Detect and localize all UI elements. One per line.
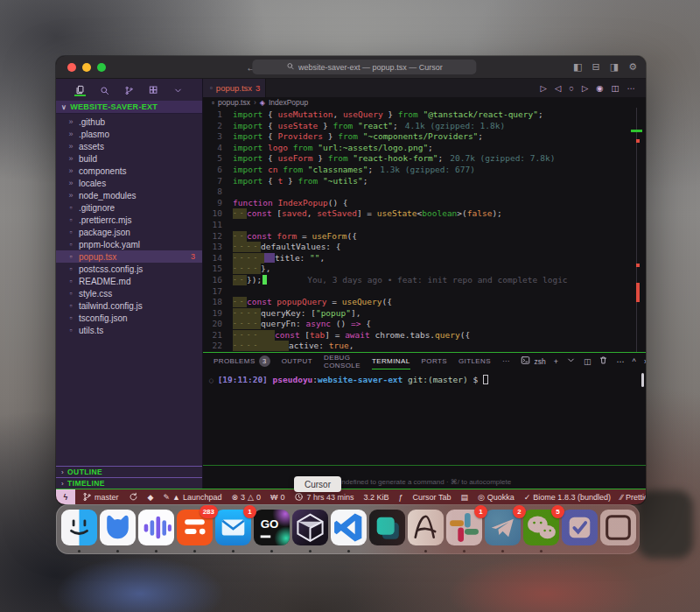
- dock-app-podcast-app[interactable]: [138, 510, 174, 545]
- command-center[interactable]: website-saver-ext — popup.tsx — Cursor: [252, 60, 476, 74]
- status-quokka[interactable]: ◎Quokka: [478, 493, 514, 502]
- panel-tab-output[interactable]: OUTPUT: [282, 353, 312, 369]
- status-prettier[interactable]: ∕∕Prettier: [620, 493, 646, 502]
- dock-app-rss-reader[interactable]: 283: [177, 510, 213, 545]
- chevron-down-icon[interactable]: [566, 355, 576, 367]
- panel-left-icon[interactable]: ◧: [573, 61, 582, 73]
- status-launchpad[interactable]: ✎▲Launchpad: [163, 493, 221, 502]
- dock-app-cursor-app[interactable]: [292, 510, 328, 545]
- dot-circle-icon[interactable]: ○: [569, 83, 574, 93]
- plus-icon[interactable]: +: [554, 357, 558, 366]
- activity-extensions-icon[interactable]: [148, 83, 159, 96]
- dock-app-wechat[interactable]: 5: [523, 510, 559, 545]
- close-icon[interactable]: ×: [644, 357, 646, 366]
- tree-item-postcss.config.js[interactable]: ▫postcss.config.js: [56, 263, 202, 275]
- diff-indicator: ‐‐‐‐: [233, 319, 261, 329]
- panel-tab-problems[interactable]: PROBLEMS3: [214, 353, 270, 369]
- tree-item-.plasmo[interactable]: ».plasmo: [56, 128, 202, 140]
- section-timeline[interactable]: ›TIMELINE: [56, 477, 202, 489]
- status-file-size[interactable]: 3.2 KiB: [364, 493, 389, 502]
- dock-app-sketch-app[interactable]: [408, 510, 444, 545]
- code-token: active:: [289, 341, 329, 352]
- terminal-scrollbar[interactable]: [641, 373, 644, 387]
- activity-files-icon[interactable]: [74, 83, 86, 96]
- terminal[interactable]: ○ [19:11:20] pseudoyu:website-saver-ext …: [203, 369, 646, 489]
- tree-item-locales[interactable]: »locales: [56, 177, 202, 189]
- panel-bottom-icon[interactable]: ⊟: [592, 61, 600, 73]
- panel-tab-gitlens[interactable]: GITLENS: [458, 353, 491, 369]
- code-line: 20‐‐‐‐queryFn: async () => {: [203, 319, 646, 330]
- dock-app-clipped-app[interactable]: [600, 510, 636, 545]
- dock-app-vscode[interactable]: [331, 510, 367, 545]
- status-pending-count[interactable]: ₩0: [270, 493, 285, 502]
- tree-item-tsconfig.json[interactable]: ▫tsconfig.json: [56, 312, 202, 324]
- dock-app-finder[interactable]: [61, 510, 97, 545]
- close-window-button[interactable]: [67, 63, 76, 72]
- activity-search-icon[interactable]: [99, 83, 110, 96]
- run-icon[interactable]: ▷: [541, 83, 547, 93]
- gear-icon[interactable]: ⚙: [628, 61, 637, 73]
- minimize-window-button[interactable]: [82, 63, 91, 72]
- target-icon: ◎: [478, 493, 485, 502]
- tree-item-components[interactable]: »components: [56, 165, 202, 177]
- tree-item-.gitignore[interactable]: ▫.gitignore: [56, 201, 202, 214]
- breadcrumb[interactable]: ▫ popup.tsx › ◈ IndexPopup: [203, 97, 646, 108]
- status-remote-indicator[interactable]: ϟ: [56, 489, 75, 505]
- dock-app-mail[interactable]: 1: [215, 510, 251, 545]
- panel-right-icon[interactable]: ◨: [610, 61, 619, 73]
- terminal-shell-label[interactable]: zsh: [521, 355, 545, 367]
- line-number: 2: [203, 121, 222, 132]
- status-git-branch[interactable]: master: [82, 492, 119, 502]
- status-cursor-tab[interactable]: Cursor Tab: [413, 493, 452, 502]
- panel-tab-debug-console[interactable]: DEBUG CONSOLE: [324, 353, 360, 369]
- tree-item-.prettierrc.mjs[interactable]: ▫.prettierrc.mjs: [56, 214, 202, 226]
- status-screen-grid[interactable]: ▤: [460, 493, 468, 502]
- tree-item-pnpm-lock.yaml[interactable]: ▫pnpm-lock.yaml: [56, 238, 202, 250]
- code-token: saved: [282, 208, 307, 220]
- status-gitlens[interactable]: ◆: [148, 493, 154, 502]
- dock-app-fox-app[interactable]: [100, 510, 136, 545]
- dock-app-telegram[interactable]: 2: [485, 510, 521, 545]
- status-wakatime[interactable]: 7 hrs 43 mins: [294, 492, 354, 502]
- panel-tab-⋯[interactable]: ⋯: [502, 353, 509, 369]
- more-icon[interactable]: ⋯: [627, 83, 636, 93]
- panel-tab-terminal[interactable]: TERMINAL: [372, 353, 410, 369]
- dock-app-notes-app[interactable]: [369, 510, 405, 545]
- tree-item-README.md[interactable]: ▫README.md: [56, 275, 202, 287]
- status-label: 3: [241, 493, 245, 502]
- zoom-window-button[interactable]: [97, 63, 106, 72]
- activity-source-control-icon[interactable]: [123, 83, 135, 96]
- code-editor[interactable]: 1import { useMutation, useQuery } from "…: [203, 108, 646, 352]
- tree-item-style.css[interactable]: ▫style.css: [56, 287, 202, 299]
- panel-tab-ports[interactable]: PORTS: [422, 353, 447, 369]
- tree-item-package.json[interactable]: ▫package.json: [56, 226, 202, 238]
- tree-item-utils.ts[interactable]: ▫utils.ts: [56, 324, 202, 336]
- more-icon[interactable]: ⋯: [616, 357, 624, 366]
- dock-app-todo-app[interactable]: [562, 510, 598, 545]
- overview-ruler[interactable]: [636, 108, 637, 352]
- tree-item-.github[interactable]: ».github: [56, 116, 202, 128]
- step-back-icon[interactable]: ◁: [555, 83, 561, 93]
- rocket-icon: ▲: [172, 493, 180, 502]
- activity-chevron-down-icon[interactable]: [172, 83, 184, 96]
- tree-item-node_modules[interactable]: »node_modules: [56, 189, 202, 201]
- debug-alt-icon[interactable]: ◉: [596, 83, 603, 93]
- tree-item-tailwind.config.js[interactable]: ▫tailwind.config.js: [56, 299, 202, 312]
- tree-item-build[interactable]: »build: [56, 152, 202, 165]
- split-icon[interactable]: ◫: [584, 357, 592, 366]
- status-florin-indicator[interactable]: ƒ: [399, 493, 403, 502]
- section-outline[interactable]: ›OUTLINE: [56, 466, 202, 477]
- tree-item-popup.tsx[interactable]: ▫popup.tsx3: [56, 250, 202, 263]
- tree-item-assets[interactable]: »assets: [56, 140, 202, 152]
- step-over-icon[interactable]: ▷: [582, 83, 588, 93]
- collapse-icon[interactable]: ^: [632, 357, 635, 366]
- status-biome[interactable]: ✓Biome 1.8.3 (bundled): [524, 493, 611, 502]
- explorer-header[interactable]: ∨ WEBSITE-SAVER-EXT: [56, 101, 202, 114]
- status-problems[interactable]: ⊗3△0: [231, 493, 261, 502]
- tab-popup-tsx[interactable]: ▫ popup.tsx 3: [203, 79, 266, 97]
- dock-app-slack[interactable]: 1: [446, 510, 482, 545]
- status-sync-changes[interactable]: [129, 492, 138, 502]
- split-editor-icon[interactable]: ◫: [612, 83, 620, 93]
- trash-icon[interactable]: [598, 355, 608, 367]
- dock-app-goland[interactable]: GO: [254, 510, 290, 545]
